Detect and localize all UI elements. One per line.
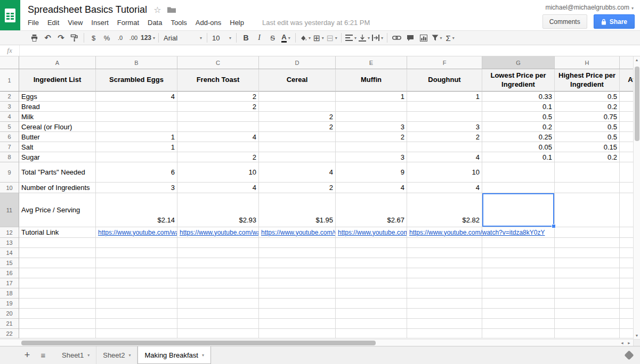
cell-B2[interactable]: 4 <box>96 92 177 102</box>
cell-G21[interactable] <box>482 319 555 329</box>
cell-H3[interactable]: 0.2 <box>555 102 620 112</box>
cell-D9[interactable]: 4 <box>259 162 336 183</box>
cell-C20[interactable] <box>177 309 259 319</box>
cell-C4[interactable] <box>177 112 259 122</box>
cell-B14[interactable] <box>96 248 177 258</box>
cell-E17[interactable] <box>336 278 407 288</box>
cell-C15[interactable] <box>177 258 259 268</box>
cell-A6[interactable]: Butter <box>19 132 96 142</box>
cell-H19[interactable] <box>555 299 620 309</box>
row-header-8[interactable]: 8 <box>0 152 19 162</box>
cell-G15[interactable] <box>482 258 555 268</box>
cell-C6[interactable]: 4 <box>177 132 259 142</box>
cell-G1[interactable]: Lowest Price per Ingredient <box>482 69 555 92</box>
cell-F15[interactable] <box>407 258 482 268</box>
cell-link-B12[interactable]: https://www.youtube.com/wa <box>98 229 177 236</box>
vertical-scroll-thumb[interactable] <box>635 67 639 141</box>
scroll-up-icon[interactable]: ▲ <box>634 56 640 63</box>
cell-E20[interactable] <box>336 309 407 319</box>
cell-F6[interactable]: 2 <box>407 132 482 142</box>
decrease-decimal-button[interactable]: .0 <box>114 32 126 44</box>
cell-F3[interactable] <box>407 102 482 112</box>
cell-B13[interactable] <box>96 238 177 248</box>
cell-C17[interactable] <box>177 278 259 288</box>
cell-C14[interactable] <box>177 248 259 258</box>
tab-making-breakfast[interactable]: Making Breakfast▾ <box>137 346 210 364</box>
menu-tools[interactable]: Tools <box>166 19 191 27</box>
cell-H8[interactable]: 0.2 <box>555 152 620 162</box>
cell-H1[interactable]: Highest Price per Ingredient <box>555 69 620 92</box>
cell-B15[interactable] <box>96 258 177 268</box>
italic-button[interactable]: I <box>253 32 265 44</box>
row-header-7[interactable]: 7 <box>0 142 19 152</box>
cell-E10[interactable]: 4 <box>336 183 407 193</box>
cell-H9[interactable] <box>555 162 620 183</box>
percent-format-button[interactable]: % <box>101 32 113 44</box>
cell-B21[interactable] <box>96 319 177 329</box>
paint-format-icon[interactable] <box>68 32 80 44</box>
cell-F16[interactable] <box>407 268 482 278</box>
cell-H6[interactable]: 0.5 <box>555 132 620 142</box>
cell-B5[interactable] <box>96 122 177 132</box>
cell-A22[interactable] <box>19 329 96 338</box>
cell-E16[interactable] <box>336 268 407 278</box>
last-edit-status[interactable]: Last edit was yesterday at 6:21 PM <box>262 19 370 27</box>
cell-D8[interactable] <box>259 152 336 162</box>
filter-icon[interactable]: ▾ <box>431 32 443 44</box>
cell-E4[interactable] <box>336 112 407 122</box>
column-header-C[interactable]: C <box>177 56 259 69</box>
cell-E3[interactable] <box>336 102 407 112</box>
tab-sheet2[interactable]: Sheet2▾ <box>96 346 137 364</box>
cell-A12[interactable]: Tutorial Link <box>19 227 96 238</box>
cell-E22[interactable] <box>336 329 407 338</box>
cell-F7[interactable] <box>407 142 482 152</box>
cell-E8[interactable]: 3 <box>336 152 407 162</box>
cell-E19[interactable] <box>336 299 407 309</box>
cell-G4[interactable]: 0.5 <box>482 112 555 122</box>
print-icon[interactable] <box>28 32 40 44</box>
add-sheet-button[interactable]: + <box>19 350 35 361</box>
cell-E11[interactable]: $2.67 <box>336 193 407 227</box>
share-button[interactable]: Share <box>594 14 635 29</box>
row-header-9[interactable]: 9 <box>0 162 19 183</box>
cell-F20[interactable] <box>407 309 482 319</box>
cell-C12[interactable]: https://www.youtube.com/wa <box>177 227 259 238</box>
row-header-18[interactable]: 18 <box>0 288 19 299</box>
cell-B1[interactable]: Scrambled Eggs <box>96 69 177 92</box>
cell-F22[interactable] <box>407 329 482 338</box>
formula-input[interactable] <box>19 45 640 56</box>
row-header-1[interactable]: 1 <box>0 69 19 92</box>
cell-B4[interactable] <box>96 112 177 122</box>
cell-E13[interactable] <box>336 238 407 248</box>
menu-format[interactable]: Format <box>113 19 143 27</box>
cell-B11[interactable]: $2.14 <box>96 193 177 227</box>
cell-G22[interactable] <box>482 329 555 338</box>
cell-C3[interactable]: 2 <box>177 102 259 112</box>
cell-F11[interactable]: $2.82 <box>407 193 482 227</box>
cell-C9[interactable]: 10 <box>177 162 259 183</box>
cell-D16[interactable] <box>259 268 336 278</box>
cell-H4[interactable]: 0.75 <box>555 112 620 122</box>
number-format-menu[interactable]: 123▾ <box>141 32 155 44</box>
cell-link-E12[interactable]: https://www.youtube.com <box>338 229 407 236</box>
insert-comment-icon[interactable] <box>404 32 416 44</box>
cell-A16[interactable] <box>19 268 96 278</box>
cell-G8[interactable]: 0.1 <box>482 152 555 162</box>
cell-E6[interactable]: 2 <box>336 132 407 142</box>
cell-D5[interactable]: 2 <box>259 122 336 132</box>
cell-B8[interactable] <box>96 152 177 162</box>
cell-D10[interactable]: 2 <box>259 183 336 193</box>
cell-E9[interactable]: 9 <box>336 162 407 183</box>
row-header-14[interactable]: 14 <box>0 248 19 258</box>
cell-B6[interactable]: 1 <box>96 132 177 142</box>
row-header-21[interactable]: 21 <box>0 319 19 329</box>
comments-button[interactable]: Comments <box>542 14 587 29</box>
row-header-19[interactable]: 19 <box>0 299 19 309</box>
cell-H15[interactable] <box>555 258 620 268</box>
row-header-20[interactable]: 20 <box>0 309 19 319</box>
cell-B7[interactable]: 1 <box>96 142 177 152</box>
cell-F5[interactable]: 3 <box>407 122 482 132</box>
cell-D20[interactable] <box>259 309 336 319</box>
cell-F2[interactable]: 1 <box>407 92 482 102</box>
cell-D6[interactable] <box>259 132 336 142</box>
